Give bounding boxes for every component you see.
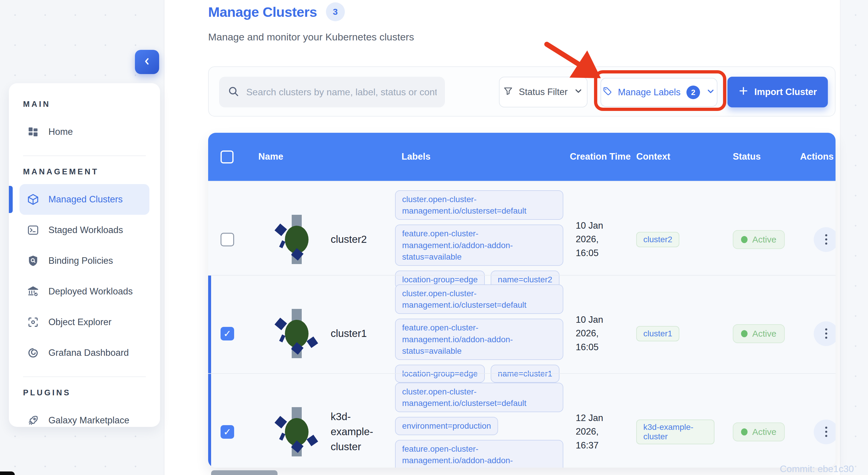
status-badge: Active xyxy=(733,230,785,249)
manage-labels-count-badge: 2 xyxy=(686,86,700,99)
plus-icon xyxy=(738,86,748,98)
cluster-logo-icon xyxy=(275,308,319,359)
label-chip[interactable]: feature.open-cluster-management.io/addon… xyxy=(395,225,563,266)
label-chip[interactable]: cluster.open-cluster-management.io/clust… xyxy=(395,190,563,220)
chevron-left-icon xyxy=(143,57,151,67)
row-actions-menu-button[interactable] xyxy=(814,419,836,444)
status-dot-icon xyxy=(741,330,748,337)
chevron-down-icon xyxy=(574,86,583,98)
sidebar: MAIN Home MANAGEMENT Managed Clusters St… xyxy=(9,83,160,427)
label-chip[interactable]: cluster.open-cluster-management.io/clust… xyxy=(395,383,563,412)
page-subtitle: Manage and monitor your Kubernetes clust… xyxy=(208,31,414,43)
column-header-creation-time: Creation Time xyxy=(567,151,632,163)
sidebar-item-galaxy-marketplace[interactable]: Galaxy Marketplace xyxy=(20,405,149,427)
status-dot-icon xyxy=(741,429,748,436)
tag-icon xyxy=(602,87,612,98)
column-header-context: Context xyxy=(632,151,726,163)
sidebar-item-label: Deployed Workloads xyxy=(49,286,132,297)
sidebar-item-deployed-workloads[interactable]: Deployed Workloads xyxy=(20,276,149,307)
creation-time: 12 Jan 2026, 16:37 xyxy=(567,411,623,452)
clusters-table: Name Labels Creation Time Context Status… xyxy=(208,133,836,468)
sidebar-item-label: Galaxy Marketplace xyxy=(49,415,129,426)
bottom-left-cutoff-element xyxy=(0,471,15,475)
row-actions-menu-button[interactable] xyxy=(814,321,836,346)
label-chip[interactable]: feature.open-cluster-management.io/addon… xyxy=(395,440,563,468)
sidebar-item-home[interactable]: Home xyxy=(20,116,149,147)
labels-cell: cluster.open-cluster-management.io/clust… xyxy=(393,374,567,468)
sidebar-collapse-button[interactable] xyxy=(135,50,159,74)
creation-time: 10 Jan 2026, 16:05 xyxy=(567,219,623,260)
sidebar-item-label: Home xyxy=(49,127,73,137)
home-grid-icon xyxy=(27,125,39,138)
status-badge: Active xyxy=(733,324,785,343)
sidebar-item-label: Managed Clusters xyxy=(49,194,123,205)
import-cluster-button[interactable]: Import Cluster xyxy=(727,77,828,107)
sidebar-item-staged-workloads[interactable]: Staged Workloads xyxy=(20,215,149,245)
table-row: ✓ cluster1 cluster.open-cluster-manageme… xyxy=(208,275,836,373)
import-cluster-label: Import Cluster xyxy=(754,87,817,97)
column-header-actions: Actions xyxy=(797,151,836,163)
row-actions-menu-button[interactable] xyxy=(814,227,836,252)
terminal-icon xyxy=(27,224,39,237)
row-checkbox[interactable]: ✓ xyxy=(221,327,234,340)
shield-search-icon xyxy=(27,254,39,267)
cluster-logo-icon xyxy=(275,406,319,457)
sidebar-section-main: MAIN xyxy=(20,97,149,116)
sidebar-divider xyxy=(23,376,146,377)
focus-brackets-icon xyxy=(27,316,39,329)
search-input[interactable] xyxy=(246,87,437,98)
label-chip[interactable]: cluster.open-cluster-management.io/clust… xyxy=(395,284,563,314)
commit-hash-label: Commit: ebe1c30 xyxy=(780,464,854,474)
sidebar-item-label: Object Explorer xyxy=(49,317,112,328)
status-filter-label: Status Filter xyxy=(519,87,567,97)
grafana-swirl-icon xyxy=(27,346,39,359)
sidebar-section-plugins: PLUGINS xyxy=(20,385,149,405)
bank-check-icon xyxy=(27,285,39,298)
page-title: Manage Clusters xyxy=(208,4,317,20)
row-checkbox[interactable]: ✓ xyxy=(221,425,234,439)
sidebar-item-label: Grafana Dashboard xyxy=(49,347,129,358)
sidebar-item-grafana-dashboard[interactable]: Grafana Dashboard xyxy=(20,338,149,368)
search-box[interactable] xyxy=(219,77,445,107)
row-checkbox[interactable]: ✓ xyxy=(221,233,234,246)
filter-funnel-icon xyxy=(503,86,513,98)
right-gutter xyxy=(840,0,868,475)
context-chip[interactable]: k3d-example-cluster xyxy=(636,419,714,444)
table-row: ✓ cluster2 cluster.open-cluster-manageme… xyxy=(208,181,836,275)
sidebar-item-object-explorer[interactable]: Object Explorer xyxy=(20,307,149,338)
cluster-count-badge: 3 xyxy=(326,2,345,21)
cluster-name: cluster1 xyxy=(331,326,367,341)
cluster-name: k3d-example-cluster xyxy=(331,409,390,454)
status-dot-icon xyxy=(741,236,748,243)
sidebar-item-label: Binding Policies xyxy=(49,256,113,266)
partially-visible-button[interactable] xyxy=(211,470,278,475)
label-chip[interactable]: environment=production xyxy=(395,417,498,435)
toolbar: Status Filter Manage Labels 2 Import Clu… xyxy=(208,66,836,116)
sidebar-section-management: MANAGEMENT xyxy=(20,164,149,184)
label-chip[interactable]: feature.open-cluster-management.io/addon… xyxy=(395,319,563,360)
chevron-down-icon xyxy=(706,87,715,98)
status-badge: Active xyxy=(733,422,785,441)
column-header-status: Status xyxy=(726,151,797,163)
sidebar-divider xyxy=(23,156,146,156)
cluster-name: cluster2 xyxy=(331,232,367,247)
manage-labels-label: Manage Labels xyxy=(618,87,681,98)
cluster-logo-icon xyxy=(275,214,319,265)
status-filter-button[interactable]: Status Filter xyxy=(499,77,588,107)
sidebar-item-binding-policies[interactable]: Binding Policies xyxy=(20,245,149,276)
sidebar-item-managed-clusters[interactable]: Managed Clusters xyxy=(20,184,149,215)
context-chip[interactable]: cluster2 xyxy=(636,232,679,247)
manage-labels-button[interactable]: Manage Labels 2 xyxy=(600,78,717,107)
select-all-checkbox[interactable] xyxy=(221,150,234,164)
creation-time: 10 Jan 2026, 16:05 xyxy=(567,313,623,354)
search-icon xyxy=(227,85,240,99)
table-row: ✓ k3d-example-cluster cluster.open-clust… xyxy=(208,373,836,468)
cube-icon xyxy=(27,193,39,206)
table-header-row: Name Labels Creation Time Context Status… xyxy=(208,133,836,181)
context-chip[interactable]: cluster1 xyxy=(636,326,679,341)
rocket-icon xyxy=(27,414,39,427)
column-header-labels: Labels xyxy=(393,151,567,163)
column-header-name: Name xyxy=(245,151,393,163)
sidebar-item-label: Staged Workloads xyxy=(49,225,123,235)
